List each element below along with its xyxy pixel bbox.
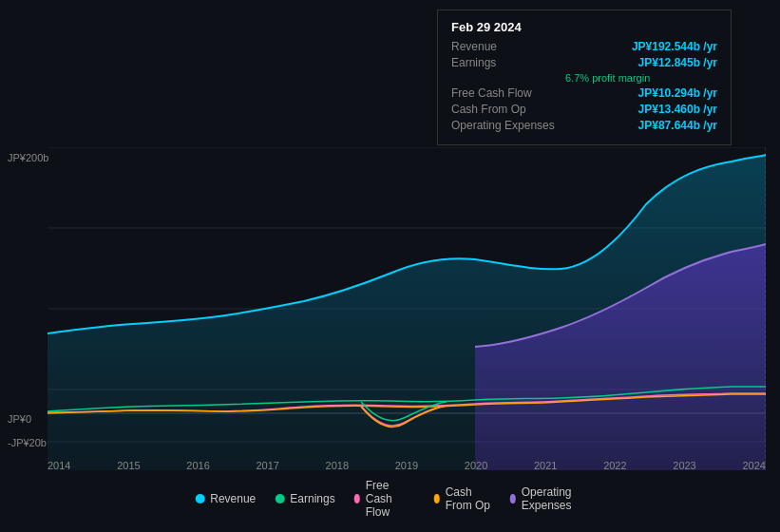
tooltip-row-opex: Operating Expenses JP¥87.644b /yr — [451, 119, 717, 132]
tooltip-date: Feb 29 2024 — [451, 20, 717, 34]
y-label-bottom: -JP¥20b — [8, 437, 47, 448]
legend-label-cashfromop: Cash From Op — [446, 485, 491, 512]
legend-dot-opex — [510, 494, 516, 504]
legend-label-fcf: Free Cash Flow — [366, 479, 415, 519]
x-label-2018: 2018 — [326, 460, 349, 471]
x-label-2019: 2019 — [395, 460, 418, 471]
tooltip-value-revenue: JP¥192.544b /yr — [632, 40, 717, 53]
chart-container: Feb 29 2024 Revenue JP¥192.544b /yr Earn… — [0, 0, 780, 532]
tooltip-label-cashfromop: Cash From Op — [451, 103, 565, 116]
legend-dot-fcf — [354, 494, 360, 504]
tooltip-value-cashfromop: JP¥13.460b /yr — [638, 103, 717, 116]
x-label-2016: 2016 — [186, 460, 209, 471]
legend-dot-revenue — [195, 494, 204, 504]
x-label-2024: 2024 — [742, 460, 765, 471]
chart-svg — [48, 147, 766, 470]
legend-label-opex: Operating Expenses — [522, 485, 585, 512]
tooltip-value-opex: JP¥87.644b /yr — [638, 119, 717, 132]
legend-label-earnings: Earnings — [290, 492, 334, 505]
tooltip-label-earnings: Earnings — [451, 56, 565, 69]
chart-legend: Revenue Earnings Free Cash Flow Cash Fro… — [195, 479, 585, 519]
tooltip-box: Feb 29 2024 Revenue JP¥192.544b /yr Earn… — [437, 10, 732, 145]
x-label-2021: 2021 — [534, 460, 557, 471]
legend-item-fcf[interactable]: Free Cash Flow — [354, 479, 415, 519]
legend-item-earnings[interactable]: Earnings — [275, 492, 334, 505]
x-label-2020: 2020 — [465, 460, 487, 471]
legend-item-opex[interactable]: Operating Expenses — [510, 485, 585, 512]
tooltip-row-revenue: Revenue JP¥192.544b /yr — [451, 40, 717, 53]
x-label-2015: 2015 — [117, 460, 140, 471]
x-label-2014: 2014 — [48, 460, 70, 471]
x-label-2017: 2017 — [256, 460, 278, 471]
legend-label-revenue: Revenue — [210, 492, 256, 505]
y-label-top: JP¥200b — [8, 152, 48, 163]
tooltip-value-fcf: JP¥10.294b /yr — [638, 86, 717, 100]
legend-item-cashfromop[interactable]: Cash From Op — [434, 485, 491, 512]
tooltip-label-fcf: Free Cash Flow — [451, 86, 565, 100]
legend-item-revenue[interactable]: Revenue — [195, 492, 256, 505]
x-label-2023: 2023 — [673, 460, 695, 471]
tooltip-value-earnings: JP¥12.845b /yr — [638, 56, 717, 69]
tooltip-row-earnings: Earnings JP¥12.845b /yr — [451, 56, 717, 69]
x-label-2022: 2022 — [603, 460, 626, 471]
tooltip-row-cashfromop: Cash From Op JP¥13.460b /yr — [451, 103, 717, 116]
x-axis-labels: 2014 2015 2016 2017 2018 2019 2020 2021 … — [48, 460, 766, 471]
y-label-zero: JP¥0 — [8, 413, 31, 425]
legend-dot-cashfromop — [434, 494, 440, 504]
tooltip-row-fcf: Free Cash Flow JP¥10.294b /yr — [451, 86, 717, 100]
tooltip-label-opex: Operating Expenses — [451, 119, 565, 132]
tooltip-label-revenue: Revenue — [451, 40, 565, 53]
legend-dot-earnings — [275, 494, 284, 504]
tooltip-profit-margin: 6.7% profit margin — [565, 72, 717, 84]
